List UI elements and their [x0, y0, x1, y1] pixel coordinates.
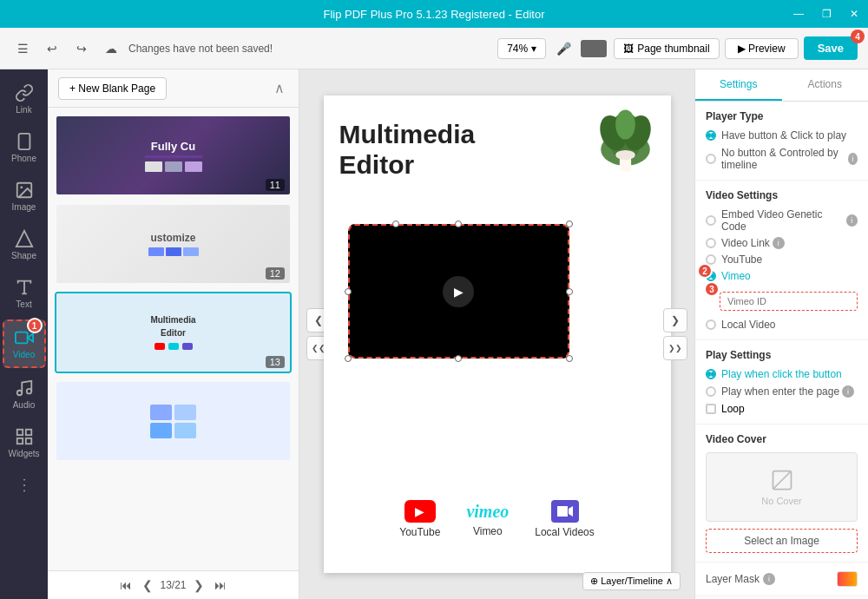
sidebar-video-label: Video — [13, 350, 35, 359]
ps-play-click[interactable]: Play when click the button — [706, 368, 858, 380]
sidebar-item-more[interactable] — [3, 469, 46, 502]
vs-local-video[interactable]: Local Video — [706, 319, 858, 331]
radio-play-click — [706, 369, 716, 379]
svg-point-16 — [23, 479, 25, 481]
tab-settings[interactable]: Settings — [695, 69, 782, 101]
nav-right-button[interactable]: ❯ — [663, 308, 687, 332]
handle-bottom[interactable] — [455, 355, 462, 362]
sidebar-item-link[interactable]: Link — [3, 76, 46, 122]
vimeo-icon-item[interactable]: vimeo Vimeo — [466, 502, 509, 537]
sidebar-item-audio[interactable]: Audio — [3, 372, 46, 417]
page-info: 13/21 — [160, 579, 186, 591]
thumbnail-item-12[interactable]: ustomize 12 — [55, 203, 292, 285]
sidebar-item-shape[interactable]: Shape — [3, 222, 46, 267]
handle-top-right[interactable] — [566, 221, 573, 227]
thumbnail-preview-14 — [56, 382, 290, 460]
play-settings-section: Play Settings Play when click the button… — [695, 340, 868, 425]
close-button[interactable]: ✕ — [840, 0, 868, 28]
undo-button[interactable]: ↩ — [40, 36, 64, 61]
video-link-info-icon[interactable]: i — [773, 237, 785, 249]
radio-video-link — [706, 238, 716, 248]
layer-mask-info-icon[interactable]: i — [763, 573, 775, 585]
local-video-icon — [551, 500, 579, 523]
local-video-icon-item[interactable]: Local Videos — [535, 500, 595, 538]
handle-bottom-right[interactable] — [566, 355, 573, 362]
handle-left[interactable] — [345, 288, 352, 295]
loop-checkbox[interactable] — [706, 404, 716, 414]
vimeo-setting-label: Vimeo — [721, 270, 751, 282]
layer-mask-color[interactable] — [837, 571, 858, 587]
sidebar-item-image[interactable]: Image — [3, 174, 46, 219]
canvas-nav-right: ❯ ❯❯ — [663, 308, 687, 360]
video-cover-preview: No Cover — [706, 452, 858, 522]
select-image-button[interactable]: Select an Image — [706, 529, 858, 553]
tab-actions[interactable]: Actions — [782, 69, 869, 101]
svg-point-22 — [615, 110, 635, 140]
handle-right[interactable] — [566, 288, 573, 295]
mic-button[interactable]: 🎤 — [551, 36, 575, 61]
sidebar-item-phone[interactable]: Phone — [3, 125, 46, 170]
play-click-label: Play when click the button — [721, 368, 842, 380]
minimize-button[interactable]: — — [785, 0, 812, 28]
sidebar-audio-label: Audio — [13, 400, 36, 410]
player-type-section: Player Type Have button & Click to play … — [695, 102, 868, 181]
thumbnail-item-13[interactable]: Multimedia Editor 13 — [55, 292, 292, 373]
menu-button[interactable]: ☰ — [10, 36, 35, 61]
canvas-area: ❮ ❮❮ Multimedia Ed — [299, 69, 694, 599]
zoom-control[interactable]: 74% ▾ — [497, 38, 546, 59]
thumbnail-item-14[interactable] — [55, 380, 292, 462]
vs-youtube[interactable]: YouTube — [706, 253, 858, 266]
maximize-button[interactable]: ❐ — [812, 0, 840, 28]
vs-video-link[interactable]: Video Link i — [706, 237, 858, 249]
redo-button[interactable]: ↪ — [69, 36, 94, 61]
layer-timeline-button[interactable]: ⊕ Layer/Timeline ∧ — [582, 572, 681, 590]
thumbnail-scroll-up[interactable]: ∧ — [271, 76, 288, 100]
radio-no-button — [706, 154, 716, 164]
new-page-button[interactable]: + New Blank Page — [58, 77, 167, 100]
player-type-no-button[interactable]: No button & Controled by timeline i — [706, 147, 858, 171]
page-thumbnail-button[interactable]: 🖼 Page thumbnail — [614, 38, 719, 59]
handle-bottom-left[interactable] — [345, 355, 352, 362]
nav-last-button[interactable]: ❯❯ — [663, 336, 687, 360]
have-button-label: Have button & Click to play — [721, 129, 846, 142]
nav-last[interactable]: ⏭ — [211, 576, 230, 594]
play-enter-info-icon[interactable]: i — [842, 385, 854, 398]
embed-info-icon[interactable]: i — [846, 214, 858, 227]
nav-first[interactable]: ⏮ — [116, 576, 135, 594]
video-badge: 1 — [27, 318, 43, 333]
cloud-button[interactable]: ☁ — [99, 36, 123, 61]
preview-button[interactable]: ▶ Preview — [725, 38, 799, 59]
no-button-info-icon[interactable]: i — [848, 153, 858, 165]
sidebar-item-text[interactable]: Text — [3, 271, 46, 316]
radio-play-enter — [706, 386, 716, 397]
save-button[interactable]: Save 4 — [804, 36, 858, 60]
youtube-icon-item[interactable]: ▶ YouTube — [399, 500, 440, 538]
nav-next[interactable]: ❯ — [190, 576, 207, 594]
vs-embed-video[interactable]: Embed Video Genetic Code i — [706, 208, 858, 233]
vimeo-icon: vimeo — [466, 502, 509, 522]
color-swatch[interactable] — [581, 40, 607, 57]
toolbar-right: 🖼 Page thumbnail ▶ Preview Save 4 — [614, 36, 858, 60]
thumbnail-item-11[interactable]: Fully Cu 11 — [55, 115, 292, 196]
ps-loop[interactable]: Loop — [706, 403, 858, 415]
vimeo-id-input[interactable] — [720, 292, 858, 311]
nav-prev[interactable]: ❮ — [139, 576, 156, 594]
video-play-button[interactable]: ▶ — [443, 276, 474, 307]
vs-vimeo[interactable]: Vimeo 2 — [706, 270, 858, 282]
sidebar-item-video[interactable]: Video 1 — [3, 319, 46, 368]
thumbnail-num-11: 11 — [266, 179, 285, 191]
player-type-have-button[interactable]: Have button & Click to play — [706, 129, 858, 142]
video-player[interactable]: ▶ — [348, 224, 569, 359]
media-icons-row: ▶ YouTube vimeo Vimeo Local Videos — [324, 500, 671, 538]
youtube-icon: ▶ — [404, 500, 436, 523]
handle-top[interactable] — [455, 221, 462, 227]
thumbnail-list: Fully Cu 11 ustomize — [48, 108, 299, 570]
main-layout: Link Phone Image Shape Text Video 1 Audi… — [0, 69, 868, 599]
play-settings-title: Play Settings — [706, 349, 858, 361]
toolbar: ☰ ↩ ↪ ☁ Changes have not been saved! 74%… — [0, 28, 868, 69]
handle-top-left-offset[interactable] — [392, 221, 399, 227]
svg-point-15 — [23, 484, 25, 486]
sidebar-item-widgets[interactable]: Widgets — [3, 420, 46, 465]
ps-play-enter[interactable]: Play when enter the page i — [706, 385, 858, 398]
video-container[interactable]: ▶ — [348, 224, 569, 359]
